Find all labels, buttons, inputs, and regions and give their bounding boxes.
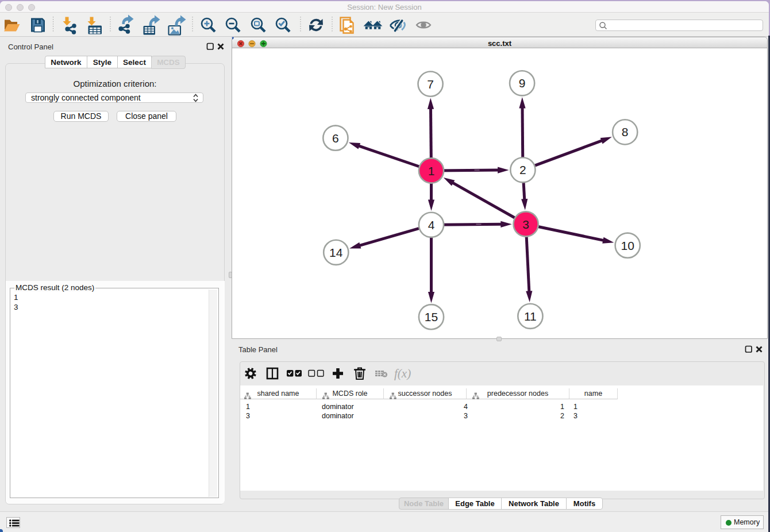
svg-text:f(x): f(x) [394,367,411,380]
svg-text:6: 6 [332,132,339,145]
svg-text:9: 9 [519,76,526,90]
svg-text:2: 2 [519,163,526,176]
svg-text:7: 7 [427,78,434,91]
svg-text:11: 11 [524,310,537,323]
svg-text:1: 1 [428,164,435,178]
svg-text:15: 15 [425,310,438,323]
svg-text:10: 10 [621,239,634,252]
svg-text:14: 14 [329,246,343,259]
svg-text:8: 8 [622,125,629,138]
svg-text:4: 4 [428,218,435,232]
svg-text:3: 3 [522,218,529,231]
